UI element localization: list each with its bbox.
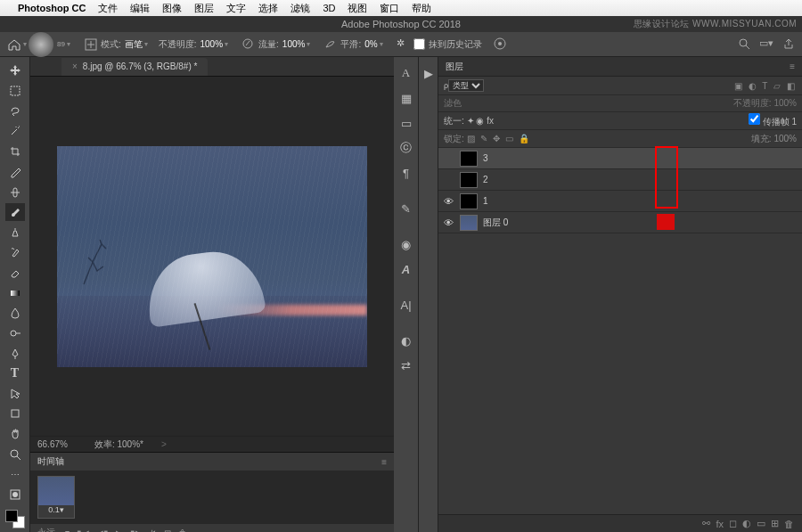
color-panel-icon[interactable]: ◉ [397,235,415,253]
layer-name[interactable]: 图层 0 [483,217,508,229]
layer-thumbnail[interactable] [460,172,478,188]
actions-play-icon[interactable]: ▶ [420,64,438,82]
link-layers-icon[interactable]: ⚯ [702,518,710,529]
layers-panel-tab[interactable]: 图层 ≡ [438,57,802,77]
lock-all-icon[interactable]: 🔒 [519,134,529,143]
cc-panel-icon[interactable]: ⓒ [397,139,415,157]
efficiency-label[interactable]: 效率: 100%* [94,438,143,451]
zoom-tool[interactable] [5,445,25,463]
layer-name[interactable]: 3 [483,153,488,163]
tween-icon[interactable]: ↯ [150,528,157,533]
fill-value[interactable]: 100% [773,134,797,143]
smoothing-value[interactable]: 0% [364,39,377,49]
blur-tool[interactable] [5,304,25,323]
menu-window[interactable]: 窗口 [380,2,399,15]
home-icon[interactable] [7,38,21,51]
paragraph-panel-icon[interactable]: ¶ [397,164,415,182]
styles-panel-icon[interactable]: A [397,260,415,278]
crop-tool[interactable] [5,143,25,161]
pen-tool[interactable] [5,344,25,363]
panel-menu-icon[interactable]: ≡ [381,457,387,467]
layer-thumbnail[interactable] [460,193,478,209]
gradient-tool[interactable] [5,283,25,302]
filter-adjust-icon[interactable]: ◐ [749,81,757,91]
search-icon[interactable] [738,37,750,52]
quick-mask-toggle[interactable] [5,486,25,504]
layer-name[interactable]: 2 [483,175,488,184]
play-icon[interactable]: ▶ [116,528,123,533]
brushes-panel-icon[interactable]: ✎ [397,200,415,217]
layer-name[interactable]: 1 [483,196,488,206]
filter-type-select[interactable]: 类型 [448,79,484,92]
filter-type-icon[interactable]: T [762,81,767,91]
menu-type[interactable]: 文字 [226,2,246,15]
zoom-level[interactable]: 66.67% [37,439,68,449]
layer-mask-icon[interactable]: ◻ [729,518,737,529]
unify-style-icon[interactable]: fx [487,116,494,126]
brush-tool[interactable] [5,203,25,222]
unify-visibility-icon[interactable]: ◉ [476,116,484,126]
swatches-panel-icon[interactable]: ▦ [397,89,415,107]
blend-mode-select[interactable]: 滤色 [444,97,462,110]
brush-preview[interactable] [29,32,53,57]
panel-menu-icon[interactable]: ≡ [790,61,795,71]
eraser-tool[interactable] [5,264,25,282]
layer-row[interactable]: 👁 图层 0 [438,212,802,233]
delete-frame-icon[interactable]: 🗑 [178,528,187,533]
brush-panel-icon[interactable] [84,37,98,52]
share-icon[interactable] [782,37,795,52]
edit-toolbar[interactable]: ⋯ [5,465,25,484]
history-brush-tool[interactable] [5,243,25,262]
lock-position-icon[interactable]: ✥ [493,134,500,143]
convert-timeline-icon[interactable]: ▭ [372,528,380,533]
layer-thumbnail[interactable] [460,151,478,167]
lock-pixels-icon[interactable]: ▨ [467,134,475,143]
filter-pixel-icon[interactable]: ▣ [734,81,742,91]
visibility-toggle[interactable]: 👁 [442,217,454,229]
visibility-toggle[interactable]: 👁 [442,195,454,208]
smoothing-gear-icon[interactable]: ✲ [397,37,411,52]
adjustment-layer-icon[interactable]: ◐ [742,518,751,529]
next-frame-icon[interactable]: ▮▶ [130,528,143,533]
color-swatches[interactable] [5,510,25,528]
layer-opacity-value[interactable]: 100% [773,98,797,108]
status-chevron-icon[interactable]: > [161,439,167,449]
menu-image[interactable]: 图像 [162,2,182,15]
new-layer-icon[interactable]: ⊞ [771,518,779,529]
menu-filter[interactable]: 滤镜 [291,2,310,15]
loop-option[interactable]: 永远 ▾ [37,527,70,532]
workspace-icon[interactable]: ▭▾ [759,37,773,52]
marquee-tool[interactable] [5,82,25,101]
airbrush-icon[interactable] [323,37,338,52]
magic-wand-tool[interactable] [5,122,25,141]
layer-row[interactable]: 👁 1 [438,191,802,212]
new-frame-icon[interactable]: ⊞ [164,528,171,533]
layer-row[interactable]: 3 [438,148,802,169]
app-name[interactable]: Photoshop CC [18,3,86,13]
shape-tool[interactable] [5,405,25,423]
layer-fx-icon[interactable]: fx [716,519,724,529]
type-tool[interactable]: T [5,364,25,383]
history-brush-checkbox[interactable] [413,38,425,50]
menu-select[interactable]: 选择 [258,2,278,15]
pressure-size-icon[interactable] [494,37,508,52]
character-panel-icon[interactable]: A [397,64,415,82]
layer-thumbnail[interactable] [460,215,478,231]
properties-panel-icon[interactable]: ⇄ [397,356,415,374]
layer-group-icon[interactable]: ▭ [757,518,765,529]
lock-artboard-icon[interactable]: ▭ [505,134,513,143]
canvas-viewport[interactable] [30,77,394,436]
lock-brush-icon[interactable]: ✎ [480,134,487,143]
mode-value[interactable]: 画笔 [125,38,143,51]
eyedropper-tool[interactable] [5,162,25,181]
timeline-frame[interactable]: 0.1▾ [37,476,75,519]
close-tab-icon[interactable]: × [72,61,78,71]
healing-brush-tool[interactable] [5,183,25,201]
adjustments-panel-icon[interactable]: ◐ [397,331,415,349]
prev-frame-icon[interactable]: ◀▮ [96,528,109,533]
delete-layer-icon[interactable]: 🗑 [784,519,794,529]
clone-stamp-tool[interactable] [5,223,25,241]
layer-row[interactable]: 2 [438,169,802,191]
filter-shape-icon[interactable]: ▱ [773,81,781,91]
opacity-value[interactable]: 100% [200,39,223,49]
